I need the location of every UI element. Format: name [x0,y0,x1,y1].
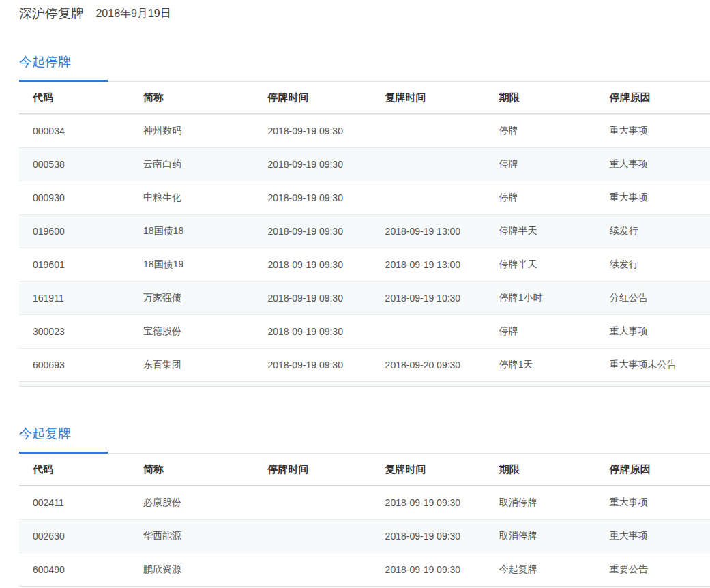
cell-reason: 重大事项 [596,181,710,214]
column-header-duration: 期限 [486,82,596,114]
cell-name: 云南白药 [130,147,254,181]
cell-code: 600490 [19,553,130,586]
cell-suspend-time: 2018-09-19 09:30 [254,314,371,348]
table-header: 代码 简称 停牌时间 复牌时间 期限 停牌原因 [19,82,710,114]
cell-name: 18国债18 [130,214,254,248]
cell-reason: 重大事项 [596,486,710,519]
cell-resume-time: 2018-09-20 09:30 [372,348,486,381]
cell-duration: 取消停牌 [486,486,596,519]
cell-duration: 停牌半天 [486,214,596,248]
column-header-code: 代码 [19,454,130,486]
cell-code: 002411 [19,486,130,519]
suspension-table: 代码 简称 停牌时间 复牌时间 期限 停牌原因 000034神州数码2018-0… [19,82,710,381]
cell-resume-time [372,181,486,214]
cell-resume-time [372,114,486,147]
cell-resume-time: 2018-09-19 13:00 [372,214,486,248]
cell-duration: 停牌 [486,314,596,348]
cell-resume-time: 2018-09-19 09:30 [372,519,486,553]
cell-resume-time [372,147,486,181]
cell-code: 019601 [19,248,130,281]
cell-duration: 停牌1小时 [486,281,596,314]
accent-bar [19,80,108,82]
table-row: 002411必康股份2018-09-19 09:30取消停牌重大事项 [19,486,710,519]
table-row: 300023宝德股份2018-09-19 09:30停牌重大事项 [19,314,710,348]
cell-code: 000538 [19,147,130,181]
cell-name: 必康股份 [130,486,254,519]
cell-resume-time: 2018-09-19 09:30 [372,486,486,519]
cell-reason: 重要公告 [596,553,710,586]
cell-code: 000930 [19,181,130,214]
page-header: 深沪停复牌 2018年9月19日 [19,0,710,23]
column-header-duration: 期限 [486,454,596,486]
cell-suspend-time: 2018-09-19 09:30 [254,181,371,214]
column-header-code: 代码 [19,82,130,114]
cell-name: 神州数码 [130,114,254,147]
cell-reason: 重大事项未公告 [596,348,710,381]
section-underline [19,452,710,454]
cell-duration: 停牌 [486,114,596,147]
cell-reason: 分红公告 [596,281,710,314]
column-header-reason: 停牌原因 [596,82,710,114]
column-header-name: 简称 [130,454,254,486]
accent-bar [19,452,108,454]
cell-name: 东百集团 [130,348,254,381]
cell-reason: 重大事项 [596,519,710,553]
column-header-name: 简称 [130,82,254,114]
column-header-reason: 停牌原因 [596,454,710,486]
table-row: 600693东百集团2018-09-19 09:302018-09-20 09:… [19,348,710,381]
section-suspension: 今起停牌 代码 简称 停牌时间 复牌时间 期限 停牌原因 000034神州数码2… [19,53,710,387]
cell-duration: 停牌1天 [486,348,596,381]
section-resumption: 今起复牌 代码 简称 停牌时间 复牌时间 期限 停牌原因 002411必康股份2… [19,425,710,587]
resumption-table: 代码 简称 停牌时间 复牌时间 期限 停牌原因 002411必康股份2018-0… [19,454,710,587]
cell-suspend-time: 2018-09-19 09:30 [254,281,371,314]
cell-suspend-time: 2018-09-19 09:30 [254,248,371,281]
cell-suspend-time: 2018-09-19 09:30 [254,114,371,147]
table-row: 600490鹏欣资源2018-09-19 09:30今起复牌重要公告 [19,553,710,586]
table-row: 000538云南白药2018-09-19 09:30停牌重大事项 [19,147,710,181]
column-header-resume-time: 复牌时间 [372,82,486,114]
cell-suspend-time: 2018-09-19 09:30 [254,147,371,181]
cell-code: 019600 [19,214,130,248]
column-header-suspend-time: 停牌时间 [254,82,371,114]
cell-code: 300023 [19,314,130,348]
cell-name: 鹏欣资源 [130,553,254,586]
cell-suspend-time: 2018-09-19 09:30 [254,348,371,381]
page-date: 2018年9月19日 [95,7,171,21]
cell-code: 600693 [19,348,130,381]
cell-suspend-time: 2018-09-19 09:30 [254,214,371,248]
cell-code: 000034 [19,114,130,147]
table-row: 01960018国债182018-09-19 09:302018-09-19 1… [19,214,710,248]
section-underline [19,80,710,82]
cell-name: 宝德股份 [130,314,254,348]
cell-suspend-time [254,553,371,586]
table-row: 000930中粮生化2018-09-19 09:30停牌重大事项 [19,181,710,214]
section-title-resumption: 今起复牌 [19,425,710,443]
table-row: 000034神州数码2018-09-19 09:30停牌重大事项 [19,114,710,147]
column-header-resume-time: 复牌时间 [372,454,486,486]
cell-resume-time: 2018-09-19 10:30 [372,281,486,314]
cell-duration: 停牌半天 [486,248,596,281]
cell-reason: 重大事项 [596,314,710,348]
cell-name: 华西能源 [130,519,254,553]
table-row: 161911万家强债2018-09-19 09:302018-09-19 10:… [19,281,710,314]
cell-reason: 重大事项 [596,147,710,181]
cell-suspend-time [254,486,371,519]
cell-name: 18国债19 [130,248,254,281]
cell-reason: 续发行 [596,248,710,281]
cell-reason: 重大事项 [596,114,710,147]
cell-reason: 续发行 [596,214,710,248]
cell-duration: 停牌 [486,147,596,181]
cell-duration: 取消停牌 [486,519,596,553]
page-content: 深沪停复牌 2018年9月19日 今起停牌 代码 简称 停牌时间 复牌时间 期限… [0,0,710,587]
table-row: 002630华西能源2018-09-19 09:30取消停牌重大事项 [19,519,710,553]
cell-code: 161911 [19,281,130,314]
table-row: 01960118国债192018-09-19 09:302018-09-19 1… [19,248,710,281]
cell-duration: 今起复牌 [486,553,596,586]
section-title-suspension: 今起停牌 [19,53,710,71]
cell-resume-time [372,314,486,348]
cell-code: 002630 [19,519,130,553]
cell-resume-time: 2018-09-19 13:00 [372,248,486,281]
cell-name: 中粮生化 [130,181,254,214]
cell-suspend-time [254,519,371,553]
page-title: 深沪停复牌 [19,5,84,23]
